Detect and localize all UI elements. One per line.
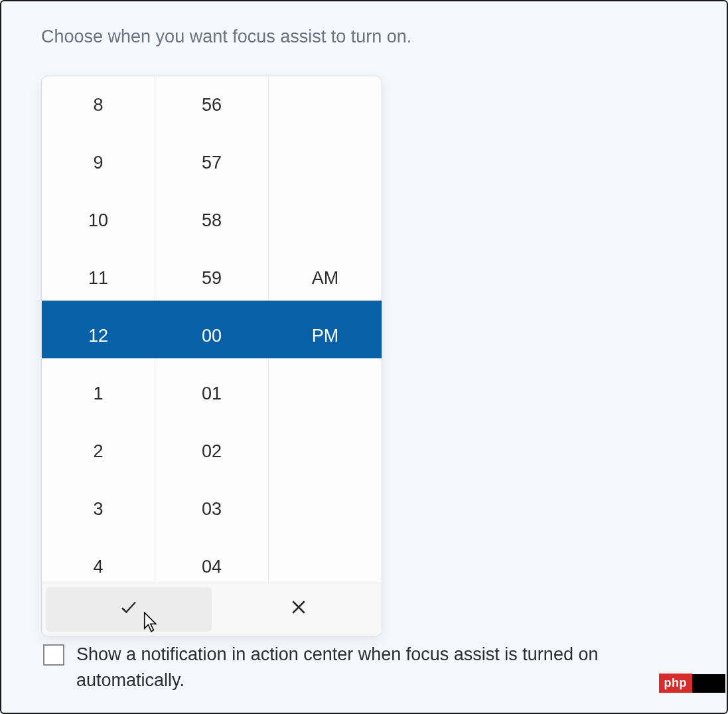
period-option-empty (269, 192, 382, 250)
minute-option[interactable]: 04 (155, 538, 268, 596)
period-option-selected[interactable]: PM (269, 307, 382, 365)
minute-option[interactable]: 02 (155, 423, 268, 480)
period-option-empty (269, 76, 382, 134)
notification-checkbox[interactable] (43, 644, 64, 666)
hour-option[interactable]: 1 (42, 365, 155, 423)
hour-option[interactable]: 9 (42, 134, 155, 192)
period-option-empty (269, 538, 382, 596)
hour-option[interactable]: 8 (42, 76, 155, 134)
minute-column[interactable]: 56 57 58 59 00 01 02 03 04 (155, 76, 269, 583)
time-picker-flyout: 8 9 10 11 12 1 2 3 4 56 57 58 59 00 01 0… (41, 76, 382, 636)
period-option[interactable]: AM (269, 250, 382, 307)
page-heading: Choose when you want focus assist to tur… (1, 1, 727, 47)
hour-option[interactable]: 4 (42, 538, 155, 596)
close-icon (289, 597, 309, 622)
period-option-empty (269, 134, 382, 192)
hour-column[interactable]: 8 9 10 11 12 1 2 3 4 (42, 76, 155, 583)
watermark-text: php (659, 674, 693, 693)
period-column[interactable]: AM PM (269, 76, 382, 583)
notification-checkbox-label: Show a notification in action center whe… (76, 642, 693, 693)
minute-option[interactable]: 59 (155, 250, 268, 307)
hour-option[interactable]: 10 (42, 192, 155, 250)
hour-option-selected[interactable]: 12 (42, 307, 155, 365)
hour-option[interactable]: 2 (42, 423, 155, 480)
period-option-empty (269, 480, 382, 538)
watermark-block (692, 674, 725, 693)
period-option-empty (269, 365, 382, 423)
minute-option[interactable]: 03 (155, 480, 268, 538)
minute-option[interactable]: 58 (155, 192, 268, 250)
notification-checkbox-row: Show a notification in action center whe… (43, 642, 693, 693)
minute-option-selected[interactable]: 00 (155, 307, 268, 365)
watermark: php (659, 674, 726, 693)
check-icon (119, 597, 139, 622)
hour-option[interactable]: 11 (42, 250, 155, 307)
minute-option[interactable]: 56 (155, 76, 268, 134)
time-picker-body: 8 9 10 11 12 1 2 3 4 56 57 58 59 00 01 0… (42, 76, 382, 583)
minute-option[interactable]: 57 (155, 134, 268, 192)
minute-option[interactable]: 01 (155, 365, 268, 423)
period-option-empty (269, 423, 382, 480)
hour-option[interactable]: 3 (42, 480, 155, 538)
